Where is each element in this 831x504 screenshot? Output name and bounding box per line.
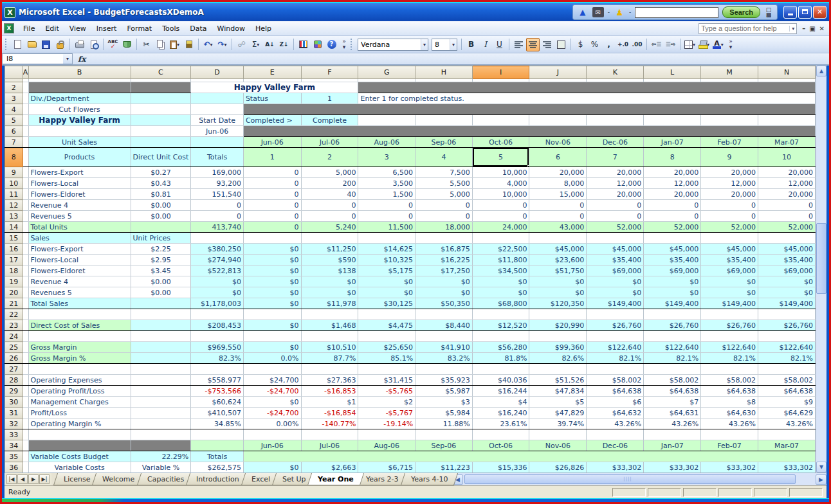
italic-button[interactable]: I — [479, 38, 492, 51]
cell-F7[interactable]: Jul-06 — [301, 137, 358, 148]
cell-I16[interactable]: $22,500 — [472, 244, 529, 255]
cell-M23[interactable]: $26,760 — [701, 320, 758, 331]
cell-N19[interactable]: $0 — [758, 276, 816, 287]
first-sheet-icon[interactable]: |◀ — [6, 474, 17, 484]
cell-B20[interactable]: Revenues 5 — [28, 287, 131, 298]
column-header-J[interactable]: J — [529, 66, 587, 79]
cell-N11[interactable]: 20,000 — [758, 189, 816, 200]
cell-K28[interactable]: $58,002 — [587, 375, 644, 386]
cell-K34[interactable]: Dec-06 — [587, 440, 644, 451]
cell-G23[interactable]: $4,475 — [358, 320, 416, 331]
cell-N16[interactable]: $45,000 — [758, 244, 816, 255]
cell-E7[interactable]: Jun-06 — [243, 137, 301, 148]
row-header-11[interactable]: 11 — [5, 189, 23, 200]
cell-M17[interactable]: $35,400 — [701, 255, 758, 266]
cell-F29[interactable]: -$16,853 — [301, 386, 358, 397]
cell-I28[interactable]: $40,036 — [472, 375, 529, 386]
cell-K20[interactable]: $0 — [587, 287, 644, 298]
cell-B23[interactable]: Direct Cost of Sales — [28, 320, 131, 331]
workbook-close-icon[interactable]: ✕ — [819, 25, 825, 32]
cell-G9[interactable]: 6,500 — [358, 167, 416, 178]
cell-K16[interactable]: $45,000 — [587, 244, 644, 255]
cell-M24[interactable] — [701, 331, 758, 342]
cell-H21[interactable]: $50,350 — [416, 298, 473, 309]
percent-button[interactable]: % — [588, 38, 601, 51]
cell-K30[interactable]: $6 — [587, 397, 644, 408]
cell-B4[interactable]: Cut Flowers — [28, 104, 131, 115]
cell-B31[interactable]: Profit/Loss — [28, 408, 131, 419]
cell-H33[interactable] — [416, 429, 473, 440]
cell-I14[interactable]: 24,000 — [472, 222, 529, 233]
cell-H16[interactable]: $16,875 — [416, 244, 473, 255]
cell-A14[interactable] — [23, 222, 28, 233]
cell-A32[interactable] — [23, 419, 28, 429]
cell-F14[interactable]: 5,240 — [301, 222, 358, 233]
tile-windows-icon[interactable]: □▩ — [764, 7, 773, 17]
cell-J19[interactable]: $0 — [529, 276, 587, 287]
scroll-down-icon[interactable]: ▼ — [816, 462, 826, 473]
font-name-combo[interactable]: Verdana▾ — [358, 39, 428, 51]
cell-N27[interactable] — [758, 364, 816, 375]
cell-B28[interactable]: Operating Expenses — [28, 375, 131, 386]
cell-A12[interactable] — [23, 200, 28, 211]
cell-A28[interactable] — [23, 375, 28, 386]
cell-E11[interactable]: 0 — [243, 189, 301, 200]
menu-help[interactable]: Help — [250, 22, 277, 35]
cell-B22[interactable] — [28, 309, 131, 320]
cell-D25[interactable]: $969,550 — [191, 342, 244, 353]
cell-A15[interactable] — [23, 233, 28, 244]
cell-C6[interactable] — [131, 126, 191, 137]
cell-I34[interactable]: Oct-06 — [472, 440, 529, 451]
toolbar-options-chevron[interactable]: »▾ — [727, 39, 735, 50]
cell-K5[interactable] — [587, 115, 644, 126]
cell-B35[interactable]: Variable Costs Budget — [28, 451, 131, 462]
cell-K29[interactable]: $64,638 — [587, 386, 644, 397]
cell-C25[interactable] — [131, 342, 191, 353]
cell-C14[interactable] — [131, 222, 191, 233]
cell-F10[interactable]: 200 — [301, 178, 358, 189]
cell-M25[interactable]: $122,640 — [701, 342, 758, 353]
cell-K10[interactable]: 12,000 — [587, 178, 644, 189]
row-header-10[interactable]: 10 — [5, 178, 23, 189]
cell-E19[interactable]: $0 — [243, 276, 301, 287]
cell-I5[interactable] — [472, 115, 529, 126]
cell-J25[interactable]: $99,360 — [529, 342, 587, 353]
cell-B24[interactable] — [28, 331, 131, 342]
cell-D26[interactable]: 82.3% — [191, 353, 244, 364]
column-header-H[interactable]: H — [416, 66, 473, 79]
cell-A19[interactable] — [23, 276, 28, 287]
menu-edit[interactable]: Edit — [40, 22, 64, 35]
cell-E36[interactable]: $0 — [243, 462, 301, 473]
cell-D35[interactable]: Totals — [191, 451, 244, 462]
cell-F17[interactable]: $590 — [301, 255, 358, 266]
cell-N7[interactable]: Mar-07 — [758, 137, 816, 148]
cell-C23[interactable] — [131, 320, 191, 331]
cell-I30[interactable]: $4 — [472, 397, 529, 408]
cell-F20[interactable]: $0 — [301, 287, 358, 298]
cell-C30[interactable] — [131, 397, 191, 408]
menu-tools[interactable]: Tools — [157, 22, 185, 35]
cell-H22[interactable] — [416, 309, 473, 320]
cell-L8[interactable]: 8 — [644, 148, 701, 167]
cell-E15[interactable] — [243, 233, 301, 244]
research-button[interactable] — [120, 38, 134, 51]
cell-A7[interactable] — [23, 137, 28, 148]
cell-F34[interactable]: Jul-06 — [301, 440, 358, 451]
cell-H25[interactable]: $41,910 — [416, 342, 473, 353]
cell-D12[interactable]: 0 — [191, 200, 244, 211]
cell-D22[interactable] — [191, 309, 244, 320]
cell-A20[interactable] — [23, 287, 28, 298]
cell-A4[interactable] — [23, 104, 28, 115]
column-header-G[interactable]: G — [358, 66, 416, 79]
cell-C18[interactable]: $3.45 — [131, 266, 191, 276]
cell-L30[interactable]: $7 — [644, 397, 701, 408]
cell-K36[interactable]: $33,302 — [587, 462, 644, 473]
vertical-scroll-track[interactable] — [816, 76, 826, 462]
cell-A6[interactable] — [23, 126, 28, 137]
cell-L17[interactable]: $35,400 — [644, 255, 701, 266]
cell-E13[interactable]: 0 — [243, 211, 301, 222]
cell-E22[interactable] — [243, 309, 301, 320]
cell-N14[interactable]: 52,000 — [758, 222, 816, 233]
cell-N13[interactable]: 0 — [758, 211, 816, 222]
cell-B17[interactable]: Flowers-Local — [28, 255, 131, 266]
